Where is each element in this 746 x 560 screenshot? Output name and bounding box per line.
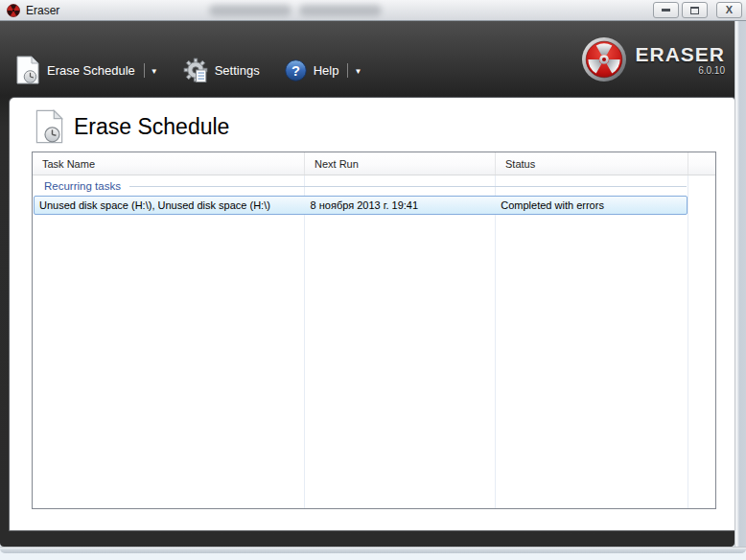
redacted-text [209,5,382,16]
page-header: Erase Schedule [35,109,229,144]
brand: ERASER 6.0.10 [581,36,725,82]
column-gridline [495,175,496,508]
content-panel: Erase Schedule Task Name Next Run Status [10,98,734,530]
status-cell: Completed with errors [496,199,687,211]
column-gridline [304,175,305,508]
settings-button[interactable]: Settings [183,58,260,82]
group-rule-line [129,186,687,187]
column-header-next-run[interactable]: Next Run [305,152,496,175]
table-body: Recurring tasks Unused disk space (H:\),… [33,175,715,508]
radiation-trefoil-logo-icon [581,36,627,82]
settings-label: Settings [215,63,260,78]
toolbar-separator [144,63,145,78]
toolbar-separator [347,63,348,78]
document-clock-icon [15,56,40,84]
help-button[interactable]: ? Help [285,59,339,82]
close-icon: X [726,5,733,15]
erase-schedule-label: Erase Schedule [47,63,135,78]
table-header: Task Name Next Run Status [33,152,715,175]
svg-text:?: ? [291,62,300,78]
task-table: Task Name Next Run Status Recurring task… [32,152,716,509]
help-dropdown-arrow[interactable]: ▼ [354,65,361,76]
window-title: Eraser [26,4,59,17]
column-header-status[interactable]: Status [496,152,688,175]
window-controls: X [653,2,742,18]
close-button[interactable]: X [716,2,742,18]
group-label: Recurring tasks [44,180,121,192]
column-header-task-name[interactable]: Task Name [33,152,305,175]
brand-version: 6.0.10 [698,65,725,76]
help-label: Help [314,63,339,78]
maximize-button[interactable] [682,2,708,18]
titlebar[interactable]: Eraser X [0,0,746,21]
page-title: Erase Schedule [74,114,229,140]
client-area: Erase Schedule ▼ [0,21,734,547]
window-frame-bottom [0,547,746,553]
next-run-cell: 8 ноября 2013 г. 19:41 [306,199,497,211]
brand-name: ERASER [635,44,725,64]
desktop: Eraser X [0,0,746,560]
eraser-app-icon [7,4,20,17]
column-gridline [688,175,688,508]
column-header-blank [688,152,715,175]
group-header-recurring-tasks[interactable]: Recurring tasks [33,175,715,196]
minimize-icon [662,9,670,12]
document-clock-icon [35,109,64,144]
task-name-cell: Unused disk space (H:\), Unused disk spa… [35,199,306,211]
window-frame-right [734,21,746,553]
maximize-icon [690,7,699,14]
minimize-button[interactable] [653,2,679,18]
task-row-selected[interactable]: Unused disk space (H:\), Unused disk spa… [34,196,688,215]
toolbar: Erase Schedule ▼ [0,21,734,98]
gear-document-icon [183,58,208,82]
erase-schedule-dropdown-arrow[interactable]: ▼ [151,65,158,76]
erase-schedule-button[interactable]: Erase Schedule [15,56,135,84]
question-circle-icon: ? [285,59,307,82]
